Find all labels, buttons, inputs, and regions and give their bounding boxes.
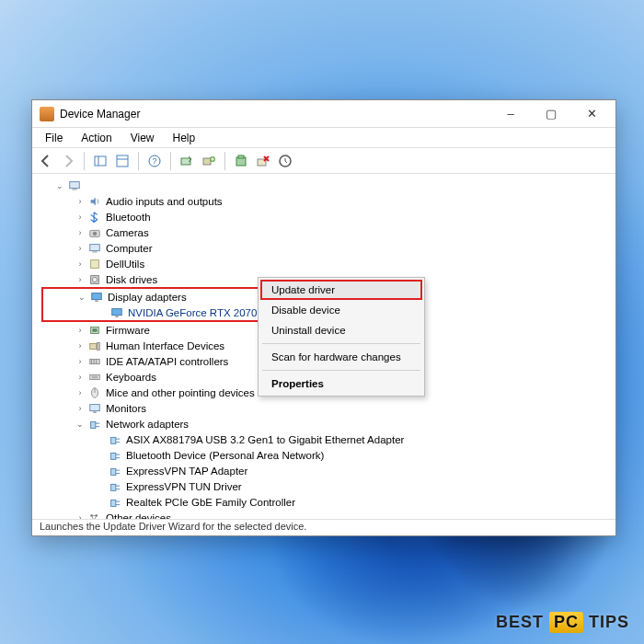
menubar: File Action View Help [32, 128, 615, 148]
context-disable-device[interactable]: Disable device [260, 300, 422, 320]
minimize-button[interactable]: – [490, 101, 531, 127]
network-icon [108, 496, 122, 509]
menu-view[interactable]: View [121, 129, 164, 147]
status-bar: Launches the Update Driver Wizard for th… [32, 519, 615, 535]
tree-device-label: Bluetooth Device (Personal Area Network) [126, 450, 324, 461]
disable-button[interactable] [275, 151, 295, 171]
context-update-driver[interactable]: Update driver [260, 280, 422, 300]
app-icon [40, 107, 54, 121]
tree-category-monitor[interactable]: ›Monitors [41, 400, 615, 416]
svg-rect-41 [91, 421, 96, 428]
disk-icon [87, 273, 102, 286]
svg-point-16 [93, 231, 97, 235]
toolbar: ? [32, 148, 615, 174]
expand-icon[interactable]: › [75, 244, 86, 253]
tree-category-bluetooth[interactable]: ›Bluetooth [41, 209, 615, 224]
expand-icon[interactable]: ⌄ [75, 420, 86, 429]
help-button[interactable]: ? [144, 151, 165, 171]
tree-device[interactable]: ExpressVPN TUN Driver [41, 478, 615, 494]
svg-rect-2 [117, 155, 128, 167]
window-title: Device Manager [60, 108, 490, 121]
expand-icon[interactable]: › [75, 388, 86, 397]
svg-rect-7 [203, 158, 211, 165]
expand-icon[interactable]: › [75, 373, 86, 382]
svg-rect-23 [95, 300, 98, 301]
tree-device-label: ExpressVPN TUN Driver [126, 481, 242, 492]
tree-category-other[interactable]: ›Other devices [41, 510, 615, 519]
titlebar[interactable]: Device Manager – ▢ ✕ [32, 100, 615, 128]
tree-device[interactable]: Bluetooth Device (Personal Area Network) [41, 447, 615, 463]
tree-device[interactable]: ASIX AX88179A USB 3.2 Gen1 to Gigabit Et… [41, 431, 615, 447]
tree-category-label: Disk drives [106, 274, 157, 285]
show-hide-tree-button[interactable] [90, 151, 110, 171]
tree-category-label: Human Interface Devices [106, 340, 224, 351]
tree-category-label: Keyboards [106, 372, 156, 383]
keyboard-icon [87, 371, 102, 384]
svg-rect-13 [70, 181, 80, 188]
tree-category-network[interactable]: ⌄Network adapters [41, 416, 615, 431]
audio-icon [87, 195, 102, 208]
close-button[interactable]: ✕ [571, 101, 612, 127]
svg-rect-28 [90, 343, 97, 349]
display-icon [109, 306, 124, 319]
dell-icon [87, 258, 102, 270]
svg-rect-14 [72, 189, 76, 190]
collapse-icon[interactable]: ⌄ [76, 293, 87, 302]
add-legacy-button[interactable] [199, 151, 219, 171]
expand-icon[interactable]: › [75, 213, 86, 222]
other-icon [87, 512, 102, 520]
svg-rect-45 [111, 484, 116, 490]
tree-category-computer[interactable]: ›Computer [41, 240, 615, 256]
expand-icon[interactable]: › [75, 404, 86, 413]
update-driver-button[interactable] [231, 151, 251, 171]
context-uninstall-device[interactable]: Uninstall device [260, 320, 422, 340]
device-tree[interactable]: ⌄ ›Audio inputs and outputs›Bluetooth›Ca… [32, 174, 615, 519]
svg-rect-34 [90, 374, 100, 379]
tree-device[interactable]: Realtek PCIe GbE Family Controller [41, 494, 615, 510]
expand-icon[interactable]: › [75, 228, 86, 237]
watermark-prefix: BEST [496, 613, 544, 631]
menu-action[interactable]: Action [72, 129, 121, 147]
tree-device[interactable]: ExpressVPN TAP Adapter [41, 463, 615, 478]
tree-category-dell[interactable]: ›DellUtils [41, 256, 615, 271]
tree-root[interactable]: ⌄ [41, 178, 615, 193]
collapse-icon[interactable]: ⌄ [54, 181, 65, 190]
properties-button[interactable] [112, 151, 132, 171]
uninstall-button[interactable] [253, 151, 273, 171]
context-properties[interactable]: Properties [260, 374, 422, 394]
network-icon [108, 480, 122, 493]
watermark: BEST PC TIPS [496, 612, 629, 633]
tree-category-label: Cameras [106, 227, 149, 238]
svg-rect-27 [92, 328, 97, 332]
maximize-button[interactable]: ▢ [531, 101, 571, 127]
tree-category-audio[interactable]: ›Audio inputs and outputs [41, 193, 615, 209]
svg-text:?: ? [152, 156, 156, 166]
tree-device-label: ASIX AX88179A USB 3.2 Gen1 to Gigabit Et… [126, 434, 404, 445]
menu-help[interactable]: Help [164, 129, 205, 147]
network-icon [87, 418, 102, 431]
expand-icon[interactable]: › [75, 341, 86, 351]
svg-rect-40 [93, 411, 97, 412]
expand-icon[interactable]: › [75, 259, 86, 269]
forward-button[interactable] [58, 151, 78, 171]
expand-icon[interactable]: › [75, 513, 86, 520]
back-button[interactable] [36, 151, 56, 171]
bluetooth-icon [87, 211, 102, 224]
expand-icon[interactable]: › [75, 197, 86, 206]
tree-category-camera[interactable]: ›Cameras [41, 224, 615, 240]
network-icon [108, 433, 122, 446]
svg-rect-25 [115, 316, 119, 316]
context-scan-hardware[interactable]: Scan for hardware changes [260, 347, 422, 367]
tree-category-label: Mice and other pointing devices [106, 387, 255, 398]
scan-hardware-button[interactable] [177, 151, 197, 171]
expand-icon[interactable]: › [75, 357, 86, 366]
tree-category-label: Other devices [106, 512, 171, 520]
network-icon [108, 449, 122, 462]
menu-file[interactable]: File [36, 129, 72, 147]
tree-category-label: Computer [106, 243, 153, 254]
expand-icon[interactable]: › [75, 326, 86, 335]
svg-point-21 [92, 277, 97, 282]
expand-icon[interactable]: › [75, 275, 86, 284]
computer-icon [87, 242, 102, 255]
svg-rect-46 [111, 500, 116, 506]
